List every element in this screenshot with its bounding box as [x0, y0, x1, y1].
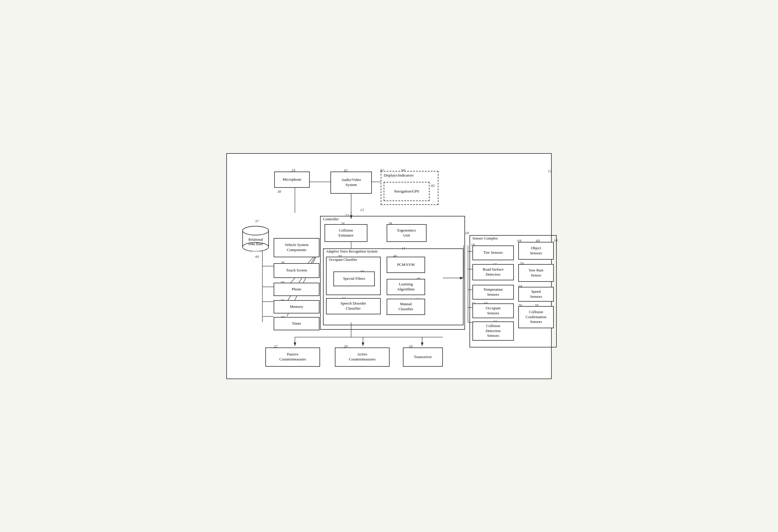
ref-38: 38 [277, 189, 281, 194]
special-filters-label: Special Filters [343, 276, 365, 281]
collision-estimator-box: Collision Estimator [324, 224, 367, 242]
temperature-sensors-label: Temperature Sensors [483, 287, 503, 297]
ref-12: 12 [548, 169, 552, 173]
touch-screen-box: Touch Screen [274, 263, 319, 278]
ref-44: 44 [255, 254, 259, 259]
pcm-svm-box: PCM/SVM [387, 257, 425, 273]
microphone-label: Microphone [283, 177, 301, 182]
ergonomics-unit-label: Ergonomics Unit [397, 228, 416, 238]
temperature-sensors-box: Temperature Sensors [472, 285, 514, 299]
vehicle-system-box: Vehicle System Components [274, 238, 319, 257]
speed-sensors-box: Speed Sensors [518, 287, 554, 302]
displays-label: Displays/Indicators [384, 173, 413, 178]
passive-countermeasures-box: Passive Countermeasures [265, 347, 320, 367]
road-surface-label: Road Surface Detectors [483, 267, 503, 277]
object-sensors-label: Object Sensors [530, 246, 542, 256]
phone-label: Phone [292, 287, 301, 292]
transceiver-label: Transceiver [414, 355, 432, 360]
relational-db-cylinder: Relational Data Base [242, 225, 270, 251]
collision-detection-box: Collision Detection Sensors [472, 322, 514, 341]
speed-sensors-label: Speed Sensors [530, 289, 542, 299]
learning-algorithms-box: Learning Algorithms [387, 279, 425, 295]
ref-37: 37 [255, 219, 259, 224]
svg-point-40 [243, 226, 268, 235]
controller-label: Controller [323, 217, 339, 221]
phone-box: Phone [274, 283, 319, 296]
ref-13: 13 [360, 207, 364, 212]
ref-10: 10 [554, 238, 558, 243]
audio-video-label: Audio/Video System [341, 177, 361, 187]
sensor-complex-label: Sensor Complex [472, 236, 498, 241]
speech-disorder-label: Speech Disorder Classifier [340, 301, 366, 311]
ref-82: 82 [431, 183, 435, 188]
occupant-sensors-label: Occupant Sensors [486, 306, 500, 316]
manual-classifier-label: Manual Classifier [398, 302, 413, 312]
active-countermeasures-box: Active Countermeasures [335, 347, 390, 367]
nav-gps-label: Navigation/GPS [394, 189, 419, 194]
timer-box: Timer [274, 317, 319, 330]
ergonomics-unit-box: Ergonomics Unit [387, 224, 426, 242]
avrs-label: Adaptive Voice Recognition System [326, 249, 378, 254]
timer-label: Timer [292, 321, 301, 326]
object-sensors-box: Object Sensors [518, 242, 554, 260]
special-filters-box: Special Filters [333, 271, 375, 286]
occupant-classifier-label: Occupant Classifier [329, 258, 357, 262]
active-countermeasures-label: Active Countermeasures [349, 352, 375, 362]
page: 24 Microphone 38 42 Audio/Video System 8… [226, 153, 552, 379]
transceiver-box: Transceiver [403, 347, 443, 367]
manual-classifier-box: Manual Classifier [387, 299, 425, 315]
vehicle-system-label: Vehicle System Components [285, 243, 309, 253]
yaw-rate-box: Yaw Rate Sensor [518, 264, 554, 282]
yaw-rate-label: Yaw Rate Sensor [529, 268, 543, 278]
occupant-sensors-box: Occupant Sensors [472, 303, 514, 318]
navigation-gps-box: Navigation/GPS [384, 182, 430, 201]
tire-sensors-box: Tire Sensors [472, 246, 514, 260]
relational-db-label: Relational Data Base [248, 238, 263, 246]
pcm-svm-label: PCM/SVM [397, 262, 414, 267]
collision-confirmation-box: Collision Confirmation Sensors [518, 306, 554, 328]
collision-estimator-label: Collision Estimator [338, 228, 354, 238]
passive-countermeasures-label: Passive Countermeasures [279, 352, 306, 362]
diagram: 24 Microphone 38 42 Audio/Video System 8… [236, 163, 542, 370]
collision-confirmation-label: Collision Confirmation Sensors [526, 309, 546, 325]
tire-sensors-label: Tire Sensors [484, 250, 503, 255]
touch-screen-label: Touch Screen [286, 268, 307, 273]
memory-label: Memory [290, 304, 303, 309]
memory-box: Memory [274, 300, 319, 314]
microphone-box: Microphone [274, 172, 310, 188]
learning-algorithms-label: Learning Algorithms [397, 282, 414, 292]
road-surface-box: Road Surface Detectors [472, 264, 514, 280]
collision-detection-label: Collision Detection Sensors [486, 324, 501, 339]
ref-18-outer: 18 [465, 231, 469, 236]
audio-video-box: Audio/Video System [330, 172, 372, 194]
speech-disorder-box: Speech Disorder Classifier [326, 298, 381, 315]
